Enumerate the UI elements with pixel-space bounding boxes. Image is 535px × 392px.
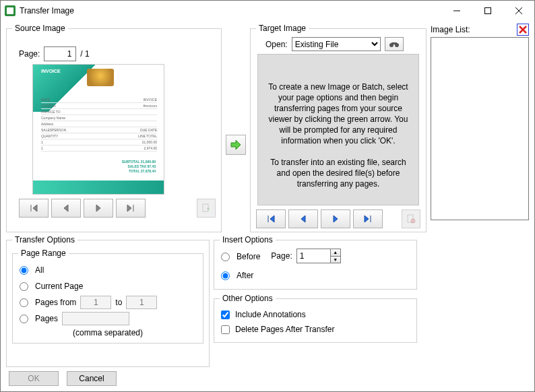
source-next-page-button[interactable] [84,199,113,218]
image-list-label: Image List: [431,25,470,34]
image-list-panel: Image List: [431,24,529,232]
target-prev-page-button[interactable] [288,209,318,228]
insert-page-input[interactable] [296,249,330,263]
page-range-comma-label: (comma separated) [18,328,197,337]
insert-inner: Before After Page: [220,249,411,284]
source-page-row: Page: / 1 [19,46,216,61]
page-range-to-input[interactable] [126,296,157,309]
insert-options-legend: Insert Options [220,235,276,244]
source-page-label: Page: [19,49,40,59]
delete-after-checkbox[interactable] [221,325,230,334]
page-range-legend: Page Range [18,249,69,258]
image-list-box[interactable] [431,37,529,220]
page-range-pages-row: Pages [18,311,197,327]
other-options-group: Other Options Include Annotations Delete… [214,294,417,343]
invoice-image-icon [87,69,114,86]
svg-rect-7 [391,42,397,44]
other-options-legend: Other Options [220,294,276,303]
window-title: Transfer Image [20,6,441,15]
page-range-all-row: All [18,262,197,278]
image-list-close-button[interactable] [517,24,529,36]
source-first-page-button[interactable] [19,199,49,218]
options-row: Transfer Options Page Range All Current … [6,235,529,367]
spinner-down-button[interactable]: ▼ [331,257,340,263]
page-range-from-input[interactable] [80,296,111,309]
target-image-group: Target Image Open: Existing File To crea… [250,24,427,232]
cancel-button[interactable]: Cancel [67,371,117,386]
source-last-page-button[interactable] [116,199,146,218]
page-range-current-label: Current Page [35,282,83,291]
page-range-group: Page Range All Current Page Pages from t… [12,249,203,344]
binoculars-icon [389,40,400,48]
page-range-current-row: Current Page [18,278,197,294]
maximize-button[interactable] [472,1,503,21]
page-range-current-radio[interactable] [20,282,28,291]
target-viewer: To create a new Image or Batch, select y… [257,54,419,205]
titlebar: Transfer Image [1,1,534,21]
insert-before-row: Before [220,249,260,265]
spinner-up-button[interactable]: ▲ [331,249,340,257]
target-open-select[interactable]: Existing File [292,37,381,51]
target-nav-row [256,209,420,228]
page-range-all-radio[interactable] [20,266,28,275]
spinner-arrows: ▲ ▼ [330,249,341,263]
delete-after-row: Delete Pages After Transfer [220,322,411,337]
close-button[interactable] [503,1,534,21]
svg-rect-4 [203,204,208,211]
target-legend: Target Image [256,24,309,33]
svg-rect-8 [408,215,413,222]
insert-page-spinner: ▲ ▼ [296,249,341,263]
insert-page-label: Page: [271,251,292,261]
source-thumbnail: INVOICE DATEINVOICE 1/10/20xx#xxxxxxx IN… [32,64,164,195]
include-annotations-checkbox[interactable] [221,311,230,319]
transfer-arrow-button[interactable] [226,135,246,155]
insert-page-row: Page: ▲ ▼ [271,249,340,263]
target-search-button[interactable] [385,37,404,51]
page-range-from-label: Pages from [35,298,76,307]
source-page-input[interactable] [44,46,76,61]
target-instructions-1: To create a new Image or Batch, select y… [265,81,412,146]
target-delete-button[interactable] [402,209,420,228]
insert-after-label: After [237,271,253,280]
target-first-page-button[interactable] [256,209,286,228]
transfer-options-group: Transfer Options Page Range All Current … [6,235,210,367]
insert-after-radio[interactable] [221,271,230,280]
target-instructions-2: To transfer into an existing file, searc… [265,157,412,189]
spacer [385,209,399,228]
page-range-pages-input[interactable] [62,312,129,325]
source-add-button[interactable] [197,199,216,218]
page-range-fromto-row: Pages from to [18,294,197,311]
source-prev-page-button[interactable] [51,199,81,218]
ok-button[interactable]: OK [9,371,59,386]
window-root: Transfer Image Source Image Page: / 1 [0,0,535,392]
include-annotations-label: Include Annotations [235,310,306,319]
footer-buttons: OK Cancel [6,370,529,386]
top-row: Source Image Page: / 1 INVOICE DATEINVOI… [6,24,529,232]
spacer [148,199,194,218]
target-open-row: Open: Existing File [256,37,420,51]
source-legend: Source Image [12,24,68,33]
invoice-total: SUBTOTAL 21,000.00SALES TAX 97.43TOTAL 2… [122,160,156,174]
invoice-preview: INVOICE DATEINVOICE 1/10/20xx#xxxxxxx IN… [33,65,164,194]
page-range-to-label: to [115,298,122,307]
minimize-button[interactable] [441,1,472,21]
insert-before-radio[interactable] [221,253,230,261]
right-options-column: Insert Options Before After [214,235,417,367]
page-range-all-label: All [35,265,44,275]
target-last-page-button[interactable] [353,209,383,228]
close-icon [518,25,528,34]
invoice-footer-bg [33,181,164,194]
page-range-pages-radio[interactable] [20,315,28,323]
image-list-header: Image List: [431,24,529,37]
page-range-pages-label: Pages [35,314,58,323]
source-image-group: Source Image Page: / 1 INVOICE DATEINVOI… [6,24,222,232]
target-open-label: Open: [265,40,288,49]
svg-rect-1 [485,8,491,14]
invoice-title: INVOICE [41,69,61,73]
window-controls [441,1,534,21]
transfer-options-legend: Transfer Options [12,235,77,244]
insert-options-group: Insert Options Before After [214,235,417,290]
target-next-page-button[interactable] [321,209,350,228]
insert-after-row: After [220,267,260,284]
page-range-from-radio[interactable] [20,298,28,307]
